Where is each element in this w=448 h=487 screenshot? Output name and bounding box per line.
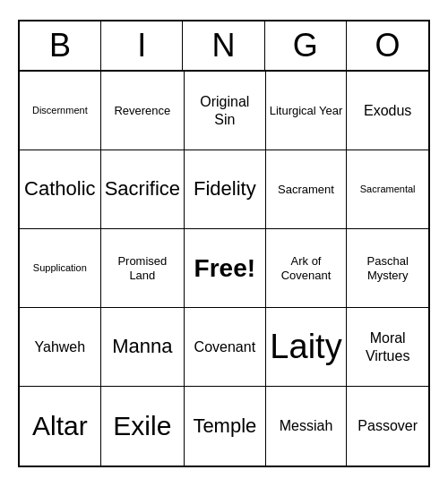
cell-text-23: Messiah xyxy=(280,417,333,434)
bingo-cell-1: Reverence xyxy=(101,72,185,150)
bingo-cell-4: Exodus xyxy=(347,72,428,150)
bingo-cell-14: Paschal Mystery xyxy=(347,229,428,308)
bingo-cell-12: Free! xyxy=(185,229,266,308)
cell-text-2: Original Sin xyxy=(188,93,262,127)
bingo-grid: DiscernmentReverenceOriginal SinLiturgic… xyxy=(20,72,428,466)
cell-text-0: Discernment xyxy=(32,105,88,116)
cell-text-10: Supplication xyxy=(33,262,87,274)
cell-text-7: Fidelity xyxy=(194,177,256,201)
cell-text-1: Reverence xyxy=(114,104,170,118)
cell-text-8: Sacrament xyxy=(278,183,334,197)
cell-text-4: Exodus xyxy=(364,102,411,119)
bingo-cell-15: Yahweh xyxy=(20,308,101,387)
bingo-card: BINGO DiscernmentReverenceOriginal SinLi… xyxy=(18,20,430,467)
bingo-cell-0: Discernment xyxy=(20,72,101,150)
cell-text-24: Passover xyxy=(358,417,418,434)
cell-text-17: Covenant xyxy=(194,338,256,355)
header-letter-b: B xyxy=(20,21,101,70)
cell-text-11: Promised Land xyxy=(105,254,180,282)
bingo-cell-8: Sacrament xyxy=(266,150,348,229)
bingo-cell-21: Exile xyxy=(101,387,185,466)
cell-text-3: Liturgical Year xyxy=(270,104,343,118)
cell-text-15: Yahweh xyxy=(35,338,86,355)
bingo-cell-10: Supplication xyxy=(20,229,101,308)
bingo-cell-13: Ark of Covenant xyxy=(266,229,348,308)
bingo-cell-24: Passover xyxy=(347,387,428,466)
bingo-cell-9: Sacramental xyxy=(347,150,428,229)
bingo-cell-19: Moral Virtues xyxy=(347,308,428,387)
bingo-cell-2: Original Sin xyxy=(185,72,266,150)
cell-text-6: Sacrifice xyxy=(105,177,180,201)
bingo-header: BINGO xyxy=(20,21,428,72)
cell-text-13: Ark of Covenant xyxy=(270,254,343,282)
cell-text-19: Moral Virtues xyxy=(350,329,425,363)
header-letter-g: G xyxy=(265,21,347,70)
bingo-cell-18: Laity xyxy=(266,308,348,387)
bingo-cell-5: Catholic xyxy=(20,150,101,229)
bingo-cell-6: Sacrifice xyxy=(101,150,185,229)
bingo-cell-3: Liturgical Year xyxy=(266,72,348,150)
cell-text-9: Sacramental xyxy=(360,184,416,195)
bingo-cell-20: Altar xyxy=(20,387,101,466)
bingo-cell-7: Fidelity xyxy=(185,150,266,229)
cell-text-22: Temple xyxy=(193,414,256,438)
header-letter-n: N xyxy=(183,21,264,70)
cell-text-12: Free! xyxy=(194,253,255,284)
cell-text-5: Catholic xyxy=(24,177,95,201)
header-letter-i: I xyxy=(101,21,183,70)
header-letter-o: O xyxy=(347,21,428,70)
bingo-cell-22: Temple xyxy=(185,387,266,466)
cell-text-14: Paschal Mystery xyxy=(350,254,425,282)
bingo-cell-11: Promised Land xyxy=(101,229,185,308)
bingo-cell-23: Messiah xyxy=(266,387,348,466)
cell-text-21: Exile xyxy=(113,410,171,442)
cell-text-16: Manna xyxy=(112,335,172,358)
bingo-cell-17: Covenant xyxy=(185,308,266,387)
bingo-cell-16: Manna xyxy=(101,308,185,387)
cell-text-20: Altar xyxy=(32,410,88,442)
cell-text-18: Laity xyxy=(270,327,341,368)
